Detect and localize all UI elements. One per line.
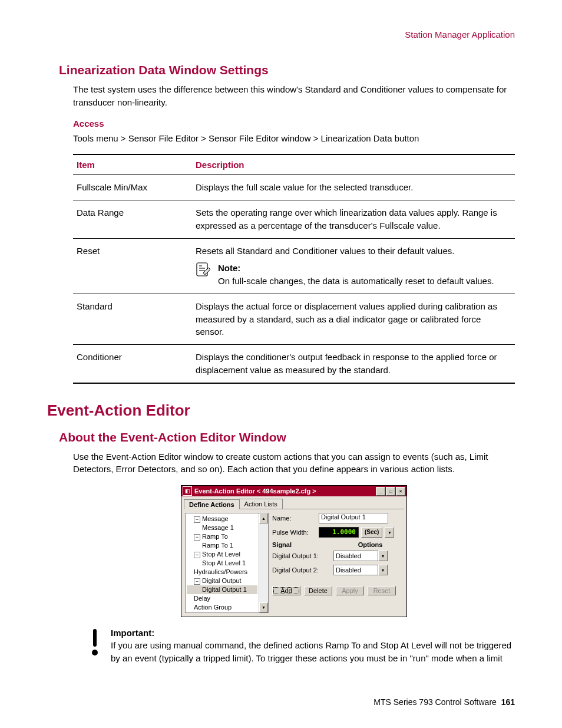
digital-output-1-label: Digital Output 1: — [272, 552, 331, 559]
table-row: Reset Resets all Standard and Conditione… — [73, 238, 515, 294]
intro-paragraph: The test system uses the difference betw… — [73, 83, 515, 109]
maximize-button[interactable]: □ — [386, 487, 395, 496]
tree-node[interactable]: Hydraulics/Powers — [187, 568, 257, 577]
item-cell: Fullscale Min/Max — [73, 175, 192, 200]
access-path: Tools menu > Sensor File Editor > Sensor… — [73, 132, 515, 145]
table-row: Standard Displays the actual force or di… — [73, 294, 515, 344]
select-value: Disabled — [333, 565, 378, 575]
unit-dropdown-button[interactable]: ▼ — [385, 527, 394, 538]
tree-node[interactable]: −Digital Output — [187, 577, 257, 585]
form-pane: Name: Digital Output 1 Pulse Width: 1.00… — [272, 513, 403, 613]
important-text: Important: If you are using manual comma… — [111, 628, 515, 665]
tree-node[interactable]: Delay — [187, 594, 257, 603]
heading-event-action-editor: Event-Action Editor — [47, 401, 515, 420]
note-block: Note: On full-scale changes, the data is… — [196, 262, 511, 288]
tree-node-selected[interactable]: Digital Output 1 — [187, 585, 257, 594]
add-button[interactable]: Add — [272, 586, 300, 595]
item-cell: Reset — [73, 238, 192, 294]
heading-about-window: About the Event-Action Editor Window — [59, 430, 515, 444]
footer-text: MTS Series 793 Control Software — [373, 697, 497, 707]
pulse-width-label: Pulse Width: — [272, 529, 316, 536]
important-body: If you are using manual command, the def… — [111, 639, 515, 665]
access-label: Access — [73, 118, 515, 129]
item-cell: Conditioner — [73, 345, 192, 383]
tree-node[interactable]: Action Group — [187, 603, 257, 612]
desc-cell: Resets all Standard and Conditioner valu… — [192, 238, 515, 294]
svg-rect-5 — [93, 629, 97, 647]
desc-cell: Sets the operating range over which line… — [192, 200, 515, 239]
signal-header: Signal — [272, 541, 338, 548]
note-body: On full-scale changes, the data is autom… — [218, 276, 494, 286]
window-screenshot: ◧ Event-Action Editor < 494sample2.cfg >… — [73, 485, 515, 617]
minimize-button[interactable]: _ — [376, 487, 385, 496]
table-row: Conditioner Displays the conditioner's o… — [73, 345, 515, 383]
name-field[interactable]: Digital Output 1 — [319, 513, 388, 523]
tree-node[interactable]: Stop At Level 1 — [187, 559, 257, 568]
page-footer: MTS Series 793 Control Software 161 — [373, 697, 515, 707]
digital-output-2-select[interactable]: Disabled ▼ — [333, 565, 388, 575]
note-text: Note: On full-scale changes, the data is… — [218, 262, 494, 288]
item-cell: Data Range — [73, 200, 192, 239]
dropdown-button[interactable]: ▼ — [378, 551, 388, 561]
desc-cell: Displays the full scale value for the se… — [192, 175, 515, 200]
tree-node[interactable]: −Message — [187, 515, 257, 523]
title-bar: ◧ Event-Action Editor < 494sample2.cfg >… — [181, 486, 406, 496]
app-icon: ◧ — [183, 486, 192, 496]
unit-button[interactable]: (Sec) — [361, 527, 382, 538]
scroll-track[interactable] — [259, 523, 268, 602]
window-body: −Message Message 1 −Ramp To Ramp To 1 −S… — [181, 509, 406, 617]
delete-button[interactable]: Delete — [304, 586, 332, 595]
action-tree-pane: −Message Message 1 −Ramp To Ramp To 1 −S… — [185, 513, 269, 613]
options-header: Options — [338, 541, 403, 548]
tab-strip: Define Actions Action Lists — [184, 499, 404, 509]
apply-button[interactable]: Apply — [336, 586, 364, 595]
tab-define-actions[interactable]: Define Actions — [184, 499, 240, 509]
col-header-description: Description — [192, 154, 515, 175]
desc-cell: Displays the conditioner's output feedba… — [192, 345, 515, 383]
table-row: Data Range Sets the operating range over… — [73, 200, 515, 239]
important-icon — [90, 628, 100, 665]
col-header-item: Item — [73, 154, 192, 175]
event-action-editor-window: ◧ Event-Action Editor < 494sample2.cfg >… — [181, 485, 407, 617]
action-tree[interactable]: −Message Message 1 −Ramp To Ramp To 1 −S… — [186, 513, 259, 612]
page: Station Manager Application Linearizatio… — [0, 0, 562, 728]
note-label: Note: — [218, 263, 240, 273]
dropdown-button[interactable]: ▼ — [378, 565, 388, 575]
tree-node[interactable]: −Stop At Level — [187, 550, 257, 559]
close-button[interactable]: × — [396, 487, 405, 496]
digital-output-2-label: Digital Output 2: — [272, 566, 331, 574]
item-cell: Standard — [73, 294, 192, 344]
pulse-width-field[interactable]: 1.0000 — [319, 527, 359, 538]
tab-action-lists[interactable]: Action Lists — [239, 499, 283, 509]
settings-table: Item Description Fullscale Min/Max Displ… — [73, 154, 515, 383]
svg-point-6 — [92, 650, 98, 655]
page-number: 161 — [501, 697, 515, 707]
important-label: Important: — [111, 628, 515, 638]
name-label: Name: — [272, 515, 316, 522]
tree-node[interactable]: Message 1 — [187, 523, 257, 532]
running-header: Station Manager Application — [47, 29, 515, 39]
select-value: Disabled — [333, 551, 378, 561]
digital-output-1-select[interactable]: Disabled ▼ — [333, 551, 388, 561]
heading-linearization: Linearization Data Window Settings — [59, 63, 515, 77]
note-icon — [196, 262, 212, 277]
reset-button[interactable]: Reset — [368, 586, 396, 595]
table-row: Fullscale Min/Max Displays the full scal… — [73, 175, 515, 200]
scroll-up-button[interactable]: ▲ — [259, 513, 268, 523]
desc-cell: Displays the actual force or displacemen… — [192, 294, 515, 344]
scroll-down-button[interactable]: ▼ — [259, 602, 268, 612]
desc-text: Resets all Standard and Conditioner valu… — [196, 246, 454, 256]
tree-node[interactable]: Ramp To 1 — [187, 541, 257, 550]
window-title: Event-Action Editor < 494sample2.cfg > — [194, 487, 376, 495]
important-block: Important: If you are using manual comma… — [90, 628, 515, 665]
tree-scrollbar[interactable]: ▲ ▼ — [259, 513, 268, 612]
tree-node[interactable]: −Ramp To — [187, 532, 257, 541]
about-paragraph: Use the Event-Action Editor window to cr… — [73, 450, 515, 476]
